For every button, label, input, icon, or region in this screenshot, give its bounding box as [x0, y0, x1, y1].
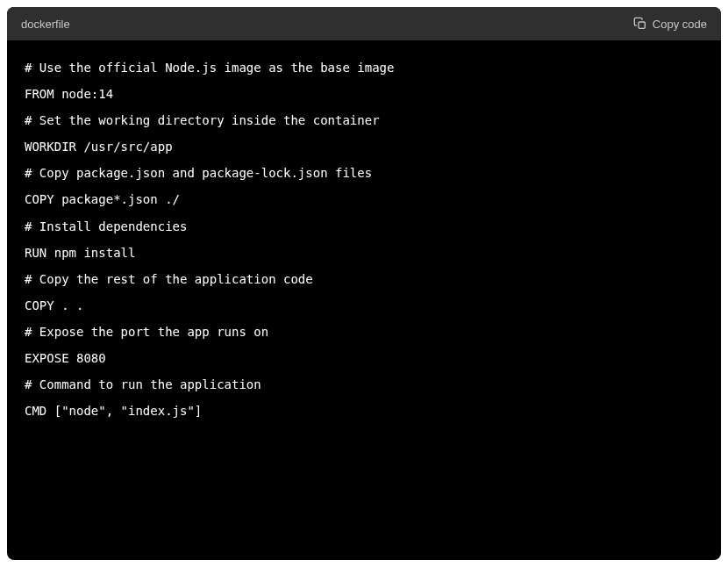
- code-line: # Copy the rest of the application code: [25, 266, 703, 292]
- copy-code-button[interactable]: Copy code: [633, 13, 707, 34]
- svg-rect-0: [639, 22, 645, 28]
- code-header: dockerfile Copy code: [7, 7, 721, 40]
- code-line: COPY . .: [25, 292, 703, 319]
- code-block-container: dockerfile Copy code # Use the official …: [7, 7, 721, 560]
- code-line: # Expose the port the app runs on: [25, 319, 703, 345]
- language-label: dockerfile: [21, 18, 70, 31]
- copy-button-label: Copy code: [653, 18, 707, 31]
- code-line: EXPOSE 8080: [25, 345, 703, 371]
- copy-icon: [633, 17, 647, 31]
- code-line: WORKDIR /usr/src/app: [25, 133, 703, 160]
- code-line: # Command to run the application: [25, 371, 703, 398]
- code-line: # Set the working directory inside the c…: [25, 107, 703, 133]
- code-line: # Install dependencies: [25, 213, 703, 240]
- code-content[interactable]: # Use the official Node.js image as the …: [7, 40, 721, 438]
- code-line: COPY package*.json ./: [25, 186, 703, 212]
- code-line: CMD ["node", "index.js"]: [25, 398, 703, 424]
- code-line: FROM node:14: [25, 81, 703, 107]
- code-line: RUN npm install: [25, 240, 703, 266]
- code-line: # Use the official Node.js image as the …: [25, 54, 703, 81]
- code-line: # Copy package.json and package-lock.jso…: [25, 160, 703, 186]
